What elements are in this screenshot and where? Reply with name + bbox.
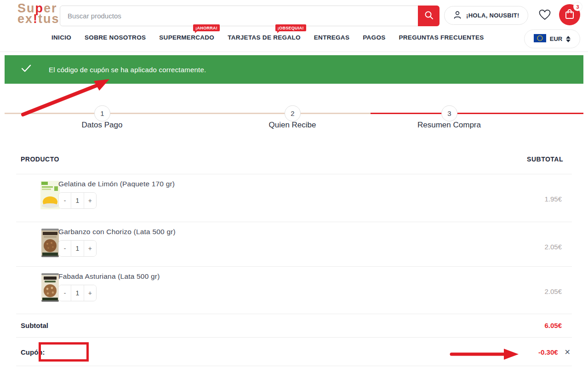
product-image-fabada [40,273,60,302]
step-number: 2 [291,109,294,117]
quantity-value: 1 [71,241,84,256]
quantity-decrease-button[interactable]: - [59,285,71,301]
nav-label: TARJETAS DE REGALO [228,34,301,41]
nav-item-tarjetas-de-regalo[interactable]: TARJETAS DE REGALO ¡OBSEQUIA! [228,34,301,41]
quantity-stepper: - 1 + [58,192,97,209]
shopping-bag-icon [565,9,575,21]
nav-label: SUPERMERCADO [159,34,214,41]
step-3-label: Resumen Compra [394,121,504,130]
search-bar [60,6,440,26]
currency-code: EUR [550,35,562,42]
heart-icon [538,15,551,22]
step-3-circle[interactable]: 3 [441,105,457,121]
ahorra-badge: ¡AHORRA! [193,24,220,31]
user-icon [453,10,462,21]
nav-label: INICIO [51,34,71,41]
cart-item-row-gelatina: Gelatina de Limón (Paquete 170 gr) - 1 +… [21,177,567,221]
step-number: 3 [447,109,451,117]
quantity-value: 1 [71,193,84,208]
nav-item-entregas[interactable]: ENTREGAS [314,34,349,41]
checkout-page: Super ex!tus ¡HOLA, NOUSBIT! 3 INICIO SO… [0,0,588,368]
wishlist-button[interactable] [538,9,552,22]
obsequia-badge: ¡OBSEQUIA! [275,24,306,31]
eu-flag-icon [534,34,546,44]
cart-count-badge: 3 [573,2,582,11]
search-button[interactable] [418,6,440,26]
divider [16,266,572,267]
coupon-line: -0.30€ ✕ [538,348,571,356]
cart-item-row-fabada: Fabada Asturiana (Lata 500 gr) - 1 + 2.0… [21,270,567,313]
annotation-arrow-to-coupon [451,349,519,360]
nav-item-sobre-nosotros[interactable]: SOBRE NOSOTROS [85,34,146,41]
divider [16,314,572,314]
nav-label: PAGOS [363,34,385,41]
quantity-stepper: - 1 + [58,285,97,301]
checkmark-icon [21,64,31,75]
subtotal-label: Subtotal [21,322,48,329]
product-name: Gelatina de Limón (Paquete 170 gr) [58,180,175,188]
quantity-decrease-button[interactable]: - [59,193,71,208]
quantity-decrease-button[interactable]: - [59,241,71,256]
subtotal-column-header: SUBTOTAL [527,155,563,163]
step-number: 1 [100,109,104,117]
product-name: Fabada Asturiana (Lata 500 gr) [58,272,160,281]
account-button[interactable]: ¡HOLA, NOUSBIT! [444,6,528,25]
nav-label: PREGUNTAS FRECUENTES [399,34,484,41]
annotation-highlight-box [39,342,89,362]
header-divider [0,52,588,52]
logo-text: tus [38,12,60,26]
nav-item-inicio[interactable]: INICIO [51,34,71,41]
product-image-garbanzo [40,229,60,257]
product-image-gelatina [40,181,60,209]
progress-line-inactive [5,113,371,114]
coupon-label: Cupón: [21,348,45,356]
cart-item-row-garbanzo: Garbanzo con Chorizo (Lata 500 gr) - 1 +… [21,225,567,269]
nav-item-pagos[interactable]: PAGOS [363,34,385,41]
quantity-stepper: - 1 + [58,240,97,257]
step-1-circle[interactable]: 1 [94,105,110,121]
quantity-increase-button[interactable]: + [84,193,96,208]
divider [16,337,572,338]
divider [16,366,572,366]
quantity-increase-button[interactable]: + [84,285,96,301]
divider [16,222,572,222]
currency-selector[interactable]: EUR [524,29,580,48]
product-column-header: PRODUCTO [21,155,59,163]
divider [16,174,572,174]
banner-message: El código de cupón se ha aplicado correc… [49,66,206,74]
site-logo[interactable]: Super ex!tus [17,3,60,24]
progress-line-active [371,113,583,114]
search-icon [424,11,434,21]
logo-text: ex [17,12,33,26]
subtotal-value: 6.05€ [544,322,562,329]
quantity-increase-button[interactable]: + [84,241,96,256]
remove-coupon-button[interactable]: ✕ [565,348,571,356]
item-subtotal: 1.95€ [544,177,562,221]
item-subtotal: 2.05€ [544,270,562,313]
step-2-circle[interactable]: 2 [285,105,301,121]
nav-item-preguntas-frecuentes[interactable]: PREGUNTAS FRECUENTES [399,34,484,41]
logo-accent: ! [33,12,38,26]
nav-label: SOBRE NOSOTROS [85,34,146,41]
coupon-discount-value: -0.30€ [538,348,558,356]
cart-button[interactable]: 3 [559,4,580,25]
nav-label: ENTREGAS [314,34,349,41]
quantity-value: 1 [71,285,84,301]
coupon-success-banner: El código de cupón se ha aplicado correc… [5,55,583,84]
step-1-label: Datos Pago [47,121,157,130]
nav-item-supermercado[interactable]: SUPERMERCADO ¡AHORRA! [159,34,214,41]
product-name: Garbanzo con Chorizo (Lata 500 gr) [58,228,176,236]
step-2-label: Quien Recibe [237,121,348,130]
search-input[interactable] [60,12,418,20]
currency-arrows-icon [566,36,571,42]
item-subtotal: 2.05€ [544,225,562,269]
main-nav: INICIO SOBRE NOSOTROS SUPERMERCADO ¡AHOR… [51,34,484,41]
account-greeting: ¡HOLA, NOUSBIT! [466,12,519,19]
